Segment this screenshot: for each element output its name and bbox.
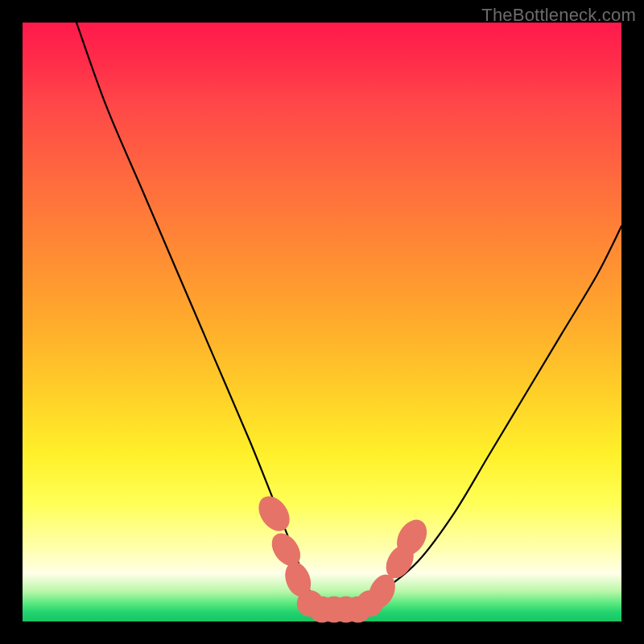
plot-area (23, 23, 621, 621)
markers-group (252, 490, 432, 622)
bottleneck-curve (76, 23, 621, 611)
curve-marker (252, 490, 295, 537)
watermark-text: TheBottleneck.com (481, 5, 636, 26)
outer-frame: TheBottleneck.com (0, 0, 644, 644)
chart-svg (23, 23, 621, 621)
